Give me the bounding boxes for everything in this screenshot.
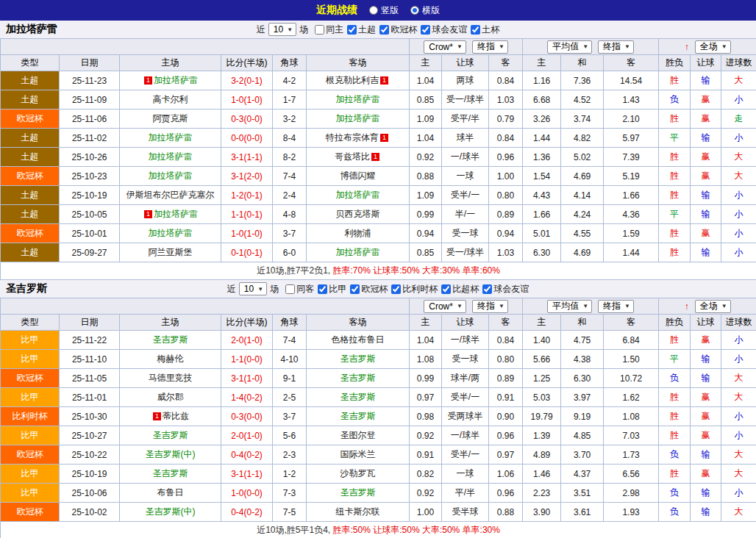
home-team-link[interactable]: 圣吉罗斯(中)	[146, 449, 196, 459]
filter-checkbox-input[interactable]	[482, 284, 492, 294]
bookmaker-stage-select[interactable]: 终指 ▼	[472, 300, 508, 313]
europe-odds-select[interactable]: 平均值 ▼	[547, 40, 592, 54]
filter-checkbox[interactable]: 土杯	[471, 24, 499, 36]
home-team-link[interactable]: 加拉塔萨雷	[149, 228, 193, 238]
sort-arrow-icon[interactable]: ↑	[685, 301, 689, 312]
home-team-link[interactable]: 蒂比兹	[163, 411, 189, 421]
home-team-link[interactable]: 伊斯坦布尔巴萨克塞尔	[126, 190, 215, 200]
score-cell[interactable]: 2-0(1-0)	[221, 331, 273, 350]
home-team-link[interactable]: 圣吉罗斯	[153, 468, 188, 478]
away-team-link[interactable]: 加拉塔萨雷	[336, 247, 380, 257]
away-team-link[interactable]: 圣吉罗斯	[340, 487, 376, 498]
away-team-link[interactable]: 色格拉布鲁日	[332, 334, 385, 345]
away-team-link[interactable]: 圣吉罗斯	[340, 373, 376, 383]
home-team-link[interactable]: 梅赫伦	[157, 354, 184, 364]
home-team-link[interactable]: 圣吉罗斯	[153, 334, 188, 345]
home-team-link[interactable]: 阿贾克斯	[153, 113, 188, 123]
filter-checkbox[interactable]: 欧冠杯	[350, 283, 388, 295]
home-team-link[interactable]: 加拉塔萨雷	[149, 151, 193, 162]
away-team-link[interactable]: 圣吉罗斯	[340, 392, 376, 402]
recent-count-select[interactable]: 10 ▼	[239, 282, 267, 295]
score-cell[interactable]: 0-0(0-0)	[221, 129, 273, 148]
score-cell[interactable]: 1-2(0-1)	[221, 186, 273, 205]
filter-checkbox[interactable]: 比甲	[318, 283, 346, 295]
score-cell[interactable]: 3-1(2-0)	[221, 167, 273, 186]
scope-select[interactable]: 全场 ▼	[695, 300, 731, 313]
date-cell: 25-11-06	[60, 110, 120, 129]
filter-checkbox-input[interactable]	[391, 284, 401, 294]
filter-checkbox-input[interactable]	[347, 25, 357, 35]
score-cell[interactable]: 1-0(0-0)	[221, 484, 273, 503]
scope-select[interactable]: 全场 ▼	[695, 40, 731, 54]
away-team-link[interactable]: 特拉布宗体育	[326, 132, 379, 143]
filter-checkbox[interactable]: 球会友谊	[482, 283, 529, 295]
filter-checkbox[interactable]: 同主	[315, 24, 343, 36]
score-cell[interactable]: 3-1(1-1)	[221, 465, 273, 484]
europe-odds-select[interactable]: 平均值 ▼	[547, 300, 592, 313]
filter-checkbox-input[interactable]	[471, 25, 480, 35]
home-team-link[interactable]: 圣吉罗斯	[153, 430, 188, 440]
filter-checkbox[interactable]: 欧冠杯	[379, 24, 417, 36]
home-team-link[interactable]: 马德里竞技	[149, 373, 193, 383]
score-cell[interactable]: 2-0(1-0)	[221, 426, 273, 445]
home-team-link[interactable]: 威尔郡	[157, 392, 184, 402]
europe-stage-select[interactable]: 终指 ▼	[598, 300, 634, 313]
filter-checkbox-input[interactable]	[315, 25, 324, 35]
score-cell[interactable]: 0-1(0-1)	[221, 243, 273, 262]
score-cell[interactable]: 1-0(1-0)	[221, 224, 273, 243]
score-cell[interactable]: 0-3(0-0)	[221, 407, 273, 426]
away-team-link[interactable]: 沙勒罗瓦	[340, 468, 376, 478]
filter-checkbox-input[interactable]	[318, 284, 327, 294]
away-team-link[interactable]: 圣吉罗斯	[340, 411, 376, 421]
away-team-link[interactable]: 博德闪耀	[340, 171, 376, 181]
away-team-link[interactable]: 圣吉罗斯	[340, 354, 376, 364]
score-cell[interactable]: 1-4(0-2)	[221, 388, 273, 407]
home-team-link[interactable]: 高卡尔利	[153, 94, 188, 104]
filter-checkbox[interactable]: 土超	[347, 24, 376, 36]
score-cell[interactable]: 1-1(0-0)	[221, 350, 273, 369]
filter-checkbox[interactable]: 球会友谊	[421, 24, 467, 36]
away-team-link[interactable]: 加拉塔萨雷	[336, 113, 380, 123]
filter-checkbox-input[interactable]	[441, 284, 451, 294]
score-cell[interactable]: 3-1(1-0)	[221, 369, 273, 388]
score-cell[interactable]: 1-0(1-0)	[221, 90, 273, 110]
europe-home-odds-cell: 6.68	[523, 90, 561, 110]
bookmaker-select[interactable]: Crow* ▼	[424, 40, 466, 54]
away-team-link[interactable]: 国际米兰	[340, 449, 376, 459]
bookmaker-select[interactable]: Crow* ▼	[424, 300, 466, 313]
home-team-link[interactable]: 加拉塔萨雷	[154, 209, 198, 219]
away-team-link[interactable]: 根克勒比利吉	[326, 75, 379, 85]
sort-arrow-icon[interactable]: ↑	[685, 42, 689, 52]
bookmaker-stage-select[interactable]: 终指 ▼	[472, 40, 508, 54]
filter-checkbox[interactable]: 同客	[285, 283, 314, 295]
recent-count-select[interactable]: 10 ▼	[268, 23, 296, 36]
home-team-link[interactable]: 加拉塔萨雷	[149, 171, 193, 181]
layout-radio-horizontal[interactable]: 横版	[410, 4, 440, 17]
score-cell[interactable]: 1-1(0-1)	[221, 205, 273, 224]
filter-checkbox-input[interactable]	[379, 25, 389, 35]
home-team-link[interactable]: 圣吉罗斯(中)	[146, 506, 196, 517]
filter-checkbox[interactable]: 比利时杯	[391, 283, 438, 295]
europe-stage-select[interactable]: 终指 ▼	[598, 40, 634, 54]
score-cell[interactable]: 3-2(0-1)	[221, 71, 273, 90]
score-cell[interactable]: 0-4(0-2)	[221, 503, 273, 522]
away-team-link[interactable]: 贝西克塔斯	[336, 209, 380, 219]
filter-checkbox-input[interactable]	[421, 25, 430, 35]
away-team-link[interactable]: 纽卡斯尔联	[336, 506, 380, 517]
home-team-link[interactable]: 加拉塔萨雷	[154, 75, 198, 85]
away-team-link[interactable]: 利物浦	[345, 228, 371, 238]
home-team-link[interactable]: 布鲁日	[157, 487, 184, 498]
filter-checkbox-input[interactable]	[285, 284, 295, 294]
filter-checkbox-input[interactable]	[350, 284, 360, 294]
away-team-link[interactable]: 加拉塔萨雷	[336, 94, 380, 104]
away-team-link[interactable]: 哥兹塔比	[335, 151, 370, 162]
home-team-link[interactable]: 加拉塔萨雷	[149, 132, 193, 143]
filter-checkbox[interactable]: 比超杯	[441, 283, 479, 295]
away-team-link[interactable]: 圣图尔登	[340, 430, 376, 440]
score-cell[interactable]: 0-4(0-2)	[221, 445, 273, 465]
layout-radio-vertical[interactable]: 竖版	[369, 4, 399, 17]
score-cell[interactable]: 3-1(1-1)	[221, 148, 273, 167]
score-cell[interactable]: 0-3(0-0)	[221, 110, 273, 129]
away-team-link[interactable]: 加拉塔萨雷	[336, 190, 380, 200]
home-team-link[interactable]: 阿兰亚斯堡	[149, 247, 193, 257]
